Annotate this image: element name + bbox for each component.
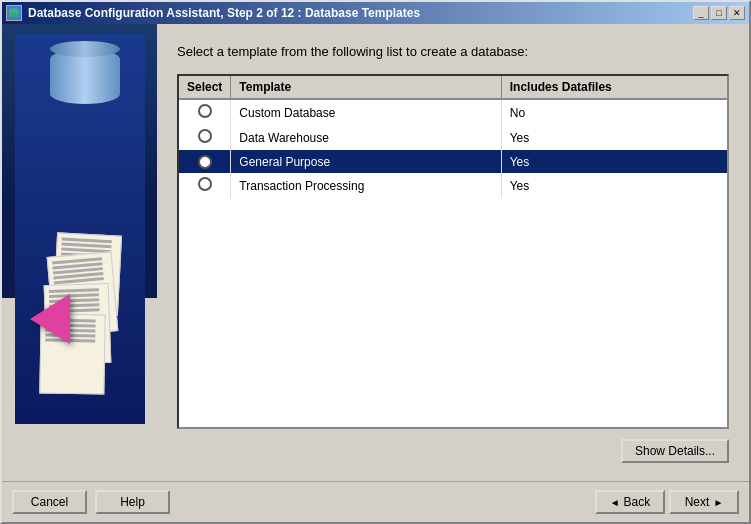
table-row[interactable]: General PurposeYes	[179, 150, 727, 173]
table-row[interactable]: Custom DatabaseNo	[179, 99, 727, 125]
content-area: Select a template from the following lis…	[2, 24, 749, 481]
nav-group: ◄ Back Next ►	[595, 490, 739, 514]
includes-datafiles-cell: No	[501, 99, 727, 125]
right-panel: Select a template from the following lis…	[157, 24, 749, 481]
arrow-graphic	[30, 294, 70, 344]
template-name-cell: Data Warehouse	[231, 125, 501, 150]
database-graphic	[50, 49, 120, 104]
includes-datafiles-cell: Yes	[501, 173, 727, 198]
instruction-text: Select a template from the following lis…	[177, 44, 729, 59]
col-includes-datafiles: Includes Datafiles	[501, 76, 727, 99]
svg-point-2	[9, 13, 19, 17]
table-row[interactable]: Data WarehouseYes	[179, 125, 727, 150]
left-panel-graphic	[15, 34, 145, 424]
main-window: Database Configuration Assistant, Step 2…	[0, 0, 751, 524]
window-title: Database Configuration Assistant, Step 2…	[28, 6, 420, 20]
minimize-button[interactable]: _	[693, 6, 709, 20]
table-body: Custom DatabaseNoData WarehouseYesGenera…	[179, 99, 727, 198]
pink-arrow-icon	[30, 294, 70, 344]
title-bar: Database Configuration Assistant, Step 2…	[2, 2, 749, 24]
template-table-container: Select Template Includes Datafiles Custo…	[177, 74, 729, 429]
maximize-button[interactable]: □	[711, 6, 727, 20]
close-button[interactable]: ✕	[729, 6, 745, 20]
show-details-area: Show Details...	[177, 439, 729, 463]
window-icon	[6, 5, 22, 21]
document-stack	[25, 234, 135, 394]
back-button[interactable]: ◄ Back	[595, 490, 665, 514]
template-name-cell: General Purpose	[231, 150, 501, 173]
next-label: Next	[685, 495, 710, 509]
includes-datafiles-cell: Yes	[501, 150, 727, 173]
col-select: Select	[179, 76, 231, 99]
next-arrow-icon: ►	[713, 497, 723, 508]
window-controls: _ □ ✕	[693, 6, 745, 20]
template-table: Select Template Includes Datafiles Custo…	[179, 76, 727, 198]
radio-button-1[interactable]	[198, 129, 212, 143]
left-buttons: Cancel Help	[12, 490, 170, 514]
col-template: Template	[231, 76, 501, 99]
radio-button-3[interactable]	[198, 177, 212, 191]
table-header-row: Select Template Includes Datafiles	[179, 76, 727, 99]
next-button[interactable]: Next ►	[669, 490, 739, 514]
left-panel	[2, 24, 157, 481]
radio-button-2[interactable]	[198, 155, 212, 169]
bottom-controls: Cancel Help ◄ Back Next ►	[2, 481, 749, 522]
help-button[interactable]: Help	[95, 490, 170, 514]
cancel-button[interactable]: Cancel	[12, 490, 87, 514]
show-details-button[interactable]: Show Details...	[621, 439, 729, 463]
template-name-cell: Custom Database	[231, 99, 501, 125]
back-label: Back	[624, 495, 651, 509]
table-row[interactable]: Transaction ProcessingYes	[179, 173, 727, 198]
radio-button-0[interactable]	[198, 104, 212, 118]
back-arrow-icon: ◄	[610, 497, 620, 508]
includes-datafiles-cell: Yes	[501, 125, 727, 150]
template-name-cell: Transaction Processing	[231, 173, 501, 198]
